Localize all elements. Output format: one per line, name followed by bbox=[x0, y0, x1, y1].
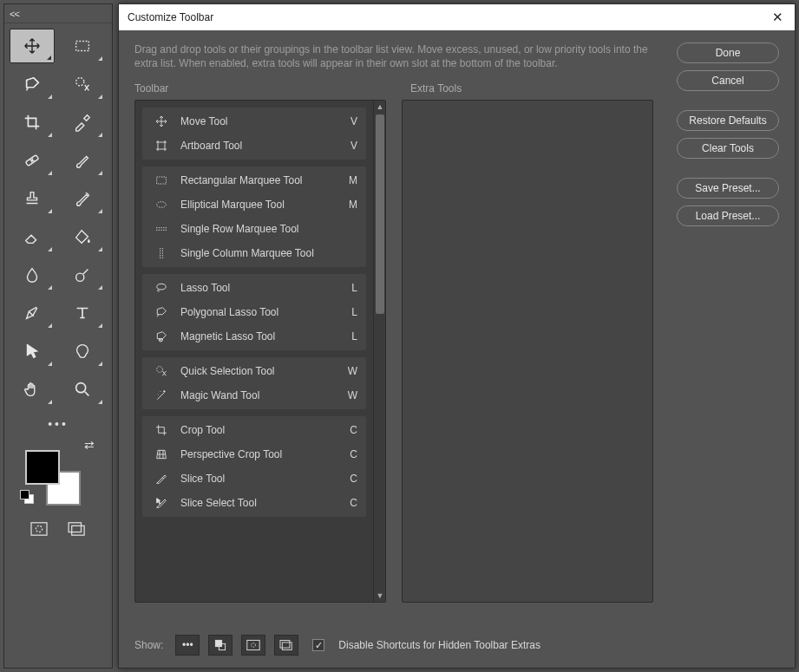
cancel-button[interactable]: Cancel bbox=[677, 70, 779, 91]
tool-eraser[interactable] bbox=[10, 219, 55, 254]
tool-path-select[interactable] bbox=[10, 334, 55, 369]
svg-point-6 bbox=[36, 525, 42, 532]
tool-shape[interactable] bbox=[60, 334, 105, 369]
artboard-icon bbox=[153, 137, 170, 154]
tool-blur[interactable] bbox=[10, 258, 55, 292]
disable-shortcuts-checkbox[interactable]: ✓ bbox=[312, 639, 324, 651]
default-colors-icon[interactable] bbox=[20, 490, 34, 504]
foreground-color-swatch[interactable] bbox=[25, 450, 60, 485]
collapse-chevrons-icon: << bbox=[10, 9, 19, 19]
tool-row-name: Slice Tool bbox=[180, 473, 350, 485]
toolbar-extra-tools-slot[interactable]: ••• bbox=[4, 412, 112, 434]
tool-row[interactable]: Slice Select ToolC bbox=[142, 491, 366, 515]
restore-defaults-button[interactable]: Restore Defaults bbox=[677, 110, 779, 131]
tool-row[interactable]: Polygonal Lasso ToolL bbox=[142, 300, 366, 324]
tool-row-name: Move Tool bbox=[180, 115, 350, 127]
show-quickmask-toggle[interactable] bbox=[241, 635, 265, 656]
extra-tools-list[interactable] bbox=[402, 100, 653, 603]
tool-row[interactable]: Elliptical Marquee ToolM bbox=[142, 192, 366, 217]
swap-colors-icon[interactable]: ⇄ bbox=[84, 438, 95, 452]
poly-lasso-icon bbox=[153, 303, 170, 321]
tool-paint-bucket[interactable] bbox=[60, 219, 105, 254]
toolbar-list[interactable]: Move ToolVArtboard ToolVRectangular Marq… bbox=[134, 100, 386, 603]
tool-rect-marquee[interactable] bbox=[60, 29, 105, 63]
tool-row[interactable]: Slice ToolC bbox=[142, 466, 366, 491]
close-icon: ✕ bbox=[772, 10, 783, 25]
slice-icon bbox=[153, 470, 170, 487]
ellipse-marquee-icon bbox=[153, 196, 170, 213]
tool-row[interactable]: Move ToolV bbox=[142, 109, 366, 134]
color-swatch-area: ⇄ bbox=[4, 434, 112, 512]
tool-type[interactable] bbox=[60, 296, 105, 330]
tool-zoom[interactable] bbox=[60, 372, 105, 407]
tool-crop[interactable] bbox=[10, 105, 55, 140]
tool-row-name: Quick Selection Tool bbox=[180, 365, 348, 377]
close-button[interactable]: ✕ bbox=[765, 7, 789, 28]
tool-group[interactable]: Move ToolVArtboard ToolV bbox=[142, 108, 366, 160]
show-extra-tools-toggle[interactable]: ••• bbox=[175, 635, 200, 656]
tool-row-name: Magnetic Lasso Tool bbox=[180, 330, 351, 343]
rect-marquee-icon bbox=[153, 172, 170, 189]
tool-row-name: Artboard Tool bbox=[180, 140, 350, 152]
toolbar-list-scrollbar[interactable]: ▲ ▼ bbox=[373, 101, 385, 602]
svg-point-3 bbox=[76, 273, 84, 281]
tool-move[interactable] bbox=[10, 29, 55, 63]
tool-heal[interactable] bbox=[10, 143, 55, 178]
scroll-up-icon[interactable]: ▲ bbox=[374, 101, 386, 113]
dialog-title-bar[interactable]: Customize Toolbar ✕ bbox=[119, 4, 795, 30]
disable-shortcuts-label[interactable]: Disable Shortcuts for Hidden Toolbar Ext… bbox=[338, 639, 540, 651]
tool-row[interactable]: Perspective Crop ToolC bbox=[142, 442, 366, 466]
tool-row[interactable]: Lasso ToolL bbox=[142, 276, 366, 300]
tool-row[interactable]: Artboard ToolV bbox=[142, 134, 366, 158]
customize-toolbar-dialog: Customize Toolbar ✕ Drag and drop tools … bbox=[118, 3, 796, 669]
svg-point-17 bbox=[252, 643, 256, 648]
tool-row-shortcut: W bbox=[348, 389, 357, 401]
dialog-title: Customize Toolbar bbox=[128, 11, 213, 23]
tool-history-brush[interactable] bbox=[60, 181, 105, 216]
tool-poly-lasso[interactable] bbox=[10, 67, 55, 101]
tool-row-shortcut: V bbox=[350, 140, 357, 152]
screen-mode-icon[interactable] bbox=[66, 519, 88, 538]
tool-pen[interactable] bbox=[10, 296, 55, 330]
tool-group[interactable]: Crop ToolCPerspective Crop ToolCSlice To… bbox=[142, 416, 366, 517]
tool-eyedropper[interactable] bbox=[60, 105, 105, 140]
quick-select-icon bbox=[153, 362, 170, 380]
tool-row-shortcut: C bbox=[350, 424, 357, 436]
clear-tools-button[interactable]: Clear Tools bbox=[677, 138, 779, 159]
tool-row[interactable]: Single Column Marquee Tool bbox=[142, 241, 366, 265]
ellipsis-icon: ••• bbox=[182, 639, 193, 651]
done-button[interactable]: Done bbox=[677, 42, 779, 63]
tool-row-shortcut: C bbox=[350, 497, 357, 509]
tool-hand[interactable] bbox=[10, 372, 55, 407]
tool-row-shortcut: W bbox=[348, 365, 357, 377]
toolbar-collapse-button[interactable]: << bbox=[4, 4, 112, 23]
tool-row[interactable]: Quick Selection ToolW bbox=[142, 359, 366, 383]
tool-dodge[interactable] bbox=[60, 258, 105, 292]
scroll-thumb[interactable] bbox=[376, 114, 384, 314]
show-swatch-toggle[interactable] bbox=[208, 635, 232, 656]
tool-brush[interactable] bbox=[60, 143, 105, 178]
tool-row[interactable]: Crop ToolC bbox=[142, 418, 366, 442]
tool-row[interactable]: Magic Wand ToolW bbox=[142, 383, 366, 408]
tool-row[interactable]: Magnetic Lasso ToolL bbox=[142, 324, 366, 349]
tool-row[interactable]: Single Row Marquee Tool bbox=[142, 217, 366, 241]
tool-row-name: Crop Tool bbox=[180, 424, 350, 436]
tool-group[interactable]: Rectangular Marquee ToolMElliptical Marq… bbox=[142, 166, 366, 267]
show-screenmode-toggle[interactable] bbox=[274, 635, 298, 656]
crop-icon bbox=[153, 421, 170, 439]
svg-rect-19 bbox=[280, 641, 290, 649]
quickmask-mode-icon[interactable] bbox=[28, 519, 50, 538]
tool-group[interactable]: Lasso ToolLPolygonal Lasso ToolLMagnetic… bbox=[142, 274, 366, 350]
scroll-down-icon[interactable]: ▼ bbox=[374, 590, 386, 602]
tool-group[interactable]: Quick Selection ToolWMagic Wand ToolW bbox=[142, 357, 366, 409]
tool-stamp[interactable] bbox=[10, 181, 55, 216]
save-preset-button[interactable]: Save Preset... bbox=[677, 178, 779, 199]
load-preset-button[interactable]: Load Preset... bbox=[677, 206, 779, 226]
tool-quick-select[interactable] bbox=[60, 67, 105, 101]
tool-row-name: Polygonal Lasso Tool bbox=[180, 306, 351, 318]
tool-row-shortcut: M bbox=[349, 174, 357, 186]
tool-row[interactable]: Rectangular Marquee ToolM bbox=[142, 168, 366, 192]
svg-rect-18 bbox=[283, 643, 292, 650]
svg-point-1 bbox=[76, 78, 84, 86]
toolbar-column-label: Toolbar bbox=[134, 82, 395, 95]
